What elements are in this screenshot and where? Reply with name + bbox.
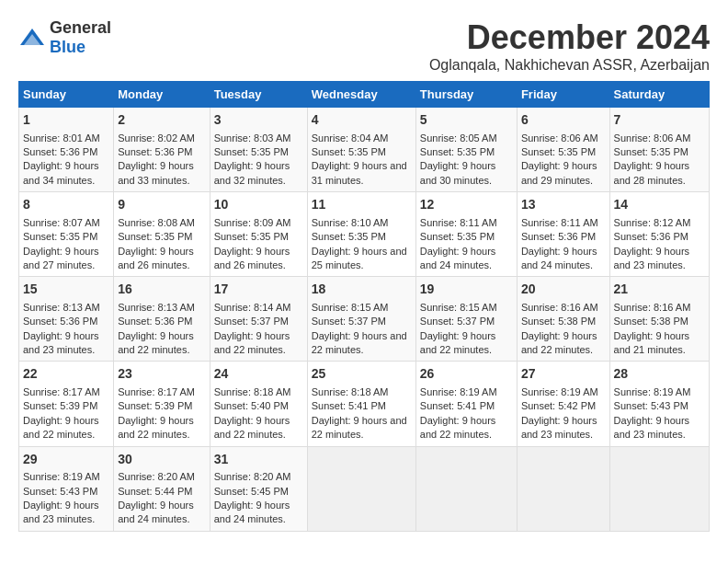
calendar-cell: 18Sunrise: 8:15 AMSunset: 5:37 PMDayligh… <box>307 277 415 362</box>
sunrise-text: Sunrise: 8:15 AM <box>312 302 389 313</box>
sunrise-text: Sunrise: 8:09 AM <box>214 217 291 228</box>
day-number: 19 <box>420 281 513 299</box>
calendar-cell: 20Sunrise: 8:16 AMSunset: 5:38 PMDayligh… <box>517 277 609 362</box>
calendar-cell: 29Sunrise: 8:19 AMSunset: 5:43 PMDayligh… <box>19 446 114 531</box>
daylight-text: Daylight: 9 hours and 22 minutes. <box>312 415 407 440</box>
day-number: 27 <box>521 365 606 384</box>
sunrise-text: Sunrise: 8:16 AM <box>521 302 598 313</box>
day-number: 20 <box>521 281 606 299</box>
calendar-cell: 4Sunrise: 8:04 AMSunset: 5:35 PMDaylight… <box>307 108 415 192</box>
daylight-text: Daylight: 9 hours and 22 minutes. <box>312 330 407 355</box>
daylight-text: Daylight: 9 hours and 22 minutes. <box>118 415 194 440</box>
daylight-text: Daylight: 9 hours and 26 minutes. <box>118 246 194 270</box>
sunset-text: Sunset: 5:36 PM <box>118 146 192 157</box>
sunrise-text: Sunrise: 8:05 AM <box>420 132 497 144</box>
calendar-cell: 23Sunrise: 8:17 AMSunset: 5:39 PMDayligh… <box>114 362 210 446</box>
day-number: 28 <box>614 365 705 384</box>
sunset-text: Sunset: 5:35 PM <box>420 146 495 157</box>
sunset-text: Sunset: 5:39 PM <box>23 400 97 411</box>
sunset-text: Sunset: 5:35 PM <box>614 146 688 157</box>
daylight-text: Daylight: 9 hours and 33 minutes. <box>118 160 194 185</box>
weekday-header: Thursday <box>415 82 517 108</box>
sunset-text: Sunset: 5:35 PM <box>521 146 596 157</box>
sunrise-text: Sunrise: 8:20 AM <box>214 471 291 482</box>
calendar-cell <box>307 446 415 531</box>
calendar-cell: 24Sunrise: 8:18 AMSunset: 5:40 PMDayligh… <box>210 362 307 446</box>
sunset-text: Sunset: 5:36 PM <box>23 316 97 327</box>
day-number: 8 <box>23 196 109 214</box>
day-number: 1 <box>23 111 109 130</box>
day-number: 25 <box>312 365 412 384</box>
weekday-header: Friday <box>517 82 609 108</box>
logo-text-general: General <box>50 18 111 37</box>
calendar-cell: 7Sunrise: 8:06 AMSunset: 5:35 PMDaylight… <box>609 108 709 192</box>
sunrise-text: Sunrise: 8:13 AM <box>23 302 100 313</box>
day-number: 22 <box>23 365 109 384</box>
sunset-text: Sunset: 5:36 PM <box>521 231 596 242</box>
calendar-cell: 19Sunrise: 8:15 AMSunset: 5:37 PMDayligh… <box>415 277 517 362</box>
sunrise-text: Sunrise: 8:15 AM <box>420 302 497 313</box>
sunrise-text: Sunrise: 8:06 AM <box>614 132 691 144</box>
day-number: 3 <box>214 111 303 130</box>
daylight-text: Daylight: 9 hours and 25 minutes. <box>312 246 407 270</box>
day-number: 31 <box>214 451 303 469</box>
sunrise-text: Sunrise: 8:07 AM <box>23 217 100 228</box>
calendar-cell: 30Sunrise: 8:20 AMSunset: 5:44 PMDayligh… <box>114 446 210 531</box>
sunrise-text: Sunrise: 8:19 AM <box>23 471 100 482</box>
sunset-text: Sunset: 5:35 PM <box>23 231 97 242</box>
day-number: 12 <box>420 196 513 214</box>
daylight-text: Daylight: 9 hours and 21 minutes. <box>614 330 690 355</box>
day-number: 17 <box>214 281 303 299</box>
daylight-text: Daylight: 9 hours and 22 minutes. <box>420 415 496 440</box>
main-title: December 2024 <box>429 18 710 57</box>
calendar-cell: 5Sunrise: 8:05 AMSunset: 5:35 PMDaylight… <box>415 108 517 192</box>
sunrise-text: Sunrise: 8:17 AM <box>23 386 100 397</box>
sunrise-text: Sunrise: 8:16 AM <box>614 302 691 313</box>
daylight-text: Daylight: 9 hours and 22 minutes. <box>420 330 496 355</box>
calendar-cell: 17Sunrise: 8:14 AMSunset: 5:37 PMDayligh… <box>210 277 307 362</box>
calendar-cell: 8Sunrise: 8:07 AMSunset: 5:35 PMDaylight… <box>19 192 114 277</box>
sunset-text: Sunset: 5:42 PM <box>521 400 596 411</box>
calendar-header-row: SundayMondayTuesdayWednesdayThursdayFrid… <box>19 82 710 108</box>
daylight-text: Daylight: 9 hours and 24 minutes. <box>118 500 194 524</box>
sunset-text: Sunset: 5:43 PM <box>614 400 688 411</box>
daylight-text: Daylight: 9 hours and 22 minutes. <box>214 415 290 440</box>
sunset-text: Sunset: 5:37 PM <box>420 316 495 327</box>
day-number: 23 <box>118 365 205 384</box>
daylight-text: Daylight: 9 hours and 22 minutes. <box>23 415 99 440</box>
header-area: General Blue December 2024 Oglanqala, Na… <box>18 18 710 74</box>
day-number: 7 <box>614 111 705 130</box>
day-number: 24 <box>214 365 303 384</box>
sunset-text: Sunset: 5:37 PM <box>214 316 289 327</box>
daylight-text: Daylight: 9 hours and 30 minutes. <box>420 160 496 185</box>
logo-text-blue: Blue <box>50 38 85 56</box>
sunrise-text: Sunrise: 8:11 AM <box>420 217 497 228</box>
calendar-cell: 2Sunrise: 8:02 AMSunset: 5:36 PMDaylight… <box>114 108 210 192</box>
sunrise-text: Sunrise: 8:12 AM <box>614 217 691 228</box>
subtitle: Oglanqala, Nakhichevan ASSR, Azerbaijan <box>429 57 710 74</box>
day-number: 6 <box>521 111 606 130</box>
daylight-text: Daylight: 9 hours and 24 minutes. <box>214 500 290 524</box>
sunset-text: Sunset: 5:41 PM <box>312 400 386 411</box>
weekday-header: Wednesday <box>307 82 415 108</box>
day-number: 14 <box>614 196 705 214</box>
calendar-week-row: 15Sunrise: 8:13 AMSunset: 5:36 PMDayligh… <box>19 277 710 362</box>
daylight-text: Daylight: 9 hours and 22 minutes. <box>521 330 597 355</box>
calendar-cell: 10Sunrise: 8:09 AMSunset: 5:35 PMDayligh… <box>210 192 307 277</box>
daylight-text: Daylight: 9 hours and 23 minutes. <box>23 330 99 355</box>
sunrise-text: Sunrise: 8:11 AM <box>521 217 598 228</box>
sunrise-text: Sunrise: 8:19 AM <box>614 386 691 397</box>
sunset-text: Sunset: 5:35 PM <box>214 231 289 242</box>
sunrise-text: Sunrise: 8:17 AM <box>118 386 195 397</box>
sunset-text: Sunset: 5:40 PM <box>214 400 289 411</box>
sunset-text: Sunset: 5:35 PM <box>214 146 289 157</box>
sunset-text: Sunset: 5:35 PM <box>312 231 386 242</box>
title-area: December 2024 Oglanqala, Nakhichevan ASS… <box>429 18 710 74</box>
calendar-cell <box>415 446 517 531</box>
sunrise-text: Sunrise: 8:02 AM <box>118 132 195 144</box>
daylight-text: Daylight: 9 hours and 29 minutes. <box>521 160 597 185</box>
calendar-week-row: 22Sunrise: 8:17 AMSunset: 5:39 PMDayligh… <box>19 362 710 446</box>
calendar-week-row: 29Sunrise: 8:19 AMSunset: 5:43 PMDayligh… <box>19 446 710 531</box>
sunrise-text: Sunrise: 8:18 AM <box>214 386 291 397</box>
daylight-text: Daylight: 9 hours and 31 minutes. <box>312 160 407 185</box>
